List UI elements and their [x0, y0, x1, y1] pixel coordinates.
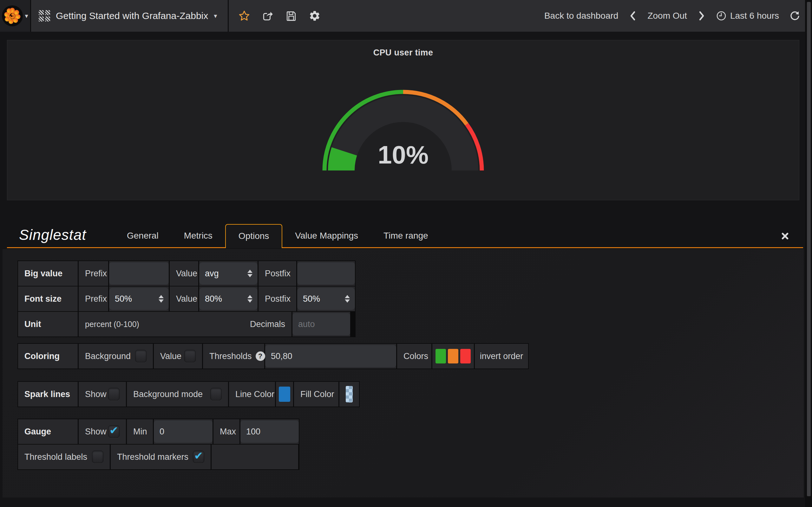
value-label: Value [170, 286, 198, 311]
value-label: Value [160, 351, 182, 361]
share-button[interactable] [257, 5, 278, 26]
fill-color-swatch[interactable] [346, 386, 353, 402]
postfix-label: Postfix [258, 286, 296, 311]
chevron-right-icon [698, 11, 705, 21]
color-swatch-green[interactable] [436, 349, 446, 363]
spark-show-checkbox[interactable]: ✔ [108, 388, 119, 400]
gauge-value-arc [341, 152, 345, 170]
dashboard-title-dropdown[interactable]: Getting Started with Grafana-Zabbix ▾ [31, 0, 229, 32]
select-arrows-icon [247, 270, 252, 277]
background-label: Background [85, 351, 131, 361]
thresholds-label: Thresholds [209, 351, 252, 361]
threshold-color-swatches [436, 349, 471, 363]
navbar-actions [229, 0, 330, 32]
panel-title: CPU user time [7, 40, 799, 58]
singlestat-panel: CPU user time 10% [7, 40, 799, 200]
tab-time-range[interactable]: Time range [371, 224, 441, 247]
scrollbar-thumb[interactable] [807, 2, 811, 496]
tab-general[interactable]: General [114, 224, 171, 247]
spark-lines-label: Spark lines [18, 382, 78, 406]
value-label: Value [170, 261, 198, 286]
unit-label: Unit [18, 312, 78, 337]
color-swatch-orange[interactable] [448, 349, 458, 363]
grafana-app: ▾ Getting Started with Grafana-Zabbix ▾ [0, 0, 812, 507]
editor-tabs: General Metrics Options Value Mappings T… [114, 219, 441, 247]
zoom-out-button[interactable]: Zoom Out [643, 11, 691, 21]
clock-icon [716, 11, 726, 21]
top-navbar: ▾ Getting Started with Grafana-Zabbix ▾ [0, 0, 812, 32]
refresh-icon [790, 10, 800, 21]
value-function-select[interactable]: avg [199, 262, 258, 285]
postfix-font-size-select[interactable]: 50% [297, 288, 355, 310]
max-label: Max [213, 419, 240, 444]
options-tab-content: Big value Prefix Value avg Postfix Font … [3, 249, 804, 498]
decimals-input[interactable] [293, 313, 350, 335]
refresh-button[interactable] [786, 5, 803, 26]
prefix-label: Prefix [79, 286, 108, 311]
show-label: Show [85, 427, 107, 437]
threshold-labels-checkbox[interactable]: ✔ [92, 451, 103, 463]
coloring-label: Coloring [18, 344, 78, 369]
grafana-menu-button[interactable]: ▾ [0, 0, 31, 32]
scrollbar-track[interactable] [805, 0, 812, 507]
postfix-label: Postfix [258, 261, 296, 286]
gauge-options-group: Gauge Show ✔ Min Max Threshold labels ✔ … [17, 418, 299, 470]
spark-lines-group: Spark lines Show ✔ Background mode ✔ Lin… [17, 381, 360, 407]
unit-value-dropdown[interactable]: percent (0-100) [85, 320, 139, 329]
settings-button[interactable] [304, 5, 325, 26]
star-button[interactable] [234, 5, 255, 26]
value-font-size-select[interactable]: 80% [199, 288, 258, 310]
close-icon [781, 232, 789, 240]
big-value-row: Big value Prefix Value avg Postfix [18, 261, 355, 286]
prefix-label: Prefix [79, 261, 108, 286]
time-shift-left-button[interactable] [626, 5, 640, 26]
help-icon[interactable]: ? [256, 351, 265, 361]
select-arrows-icon [247, 295, 252, 302]
gauge-show-checkbox[interactable]: ✔ [108, 425, 119, 438]
color-swatch-red[interactable] [460, 349, 471, 363]
panel-type-title: Singlestat [19, 226, 114, 243]
big-value-postfix-input[interactable] [297, 262, 355, 285]
save-button[interactable] [281, 5, 302, 26]
gauge-value-text: 10% [378, 141, 428, 169]
min-label: Min [127, 419, 153, 444]
grafana-logo [2, 5, 23, 26]
dashboard-title: Getting Started with Grafana-Zabbix [56, 10, 208, 21]
gauge-min-input[interactable] [154, 420, 212, 443]
big-value-prefix-input[interactable] [109, 262, 169, 285]
time-picker-button[interactable]: Last 6 hours [712, 11, 783, 21]
decimals-label: Decimals [250, 320, 285, 329]
caret-down-icon: ▾ [25, 13, 28, 19]
coloring-background-checkbox[interactable]: ✔ [135, 350, 147, 362]
coloring-group: Coloring Background ✔ Value ✔ Thresholds… [17, 343, 529, 369]
prefix-font-size-select[interactable]: 50% [109, 288, 169, 310]
panel-editor-header: Singlestat General Metrics Options Value… [7, 219, 803, 248]
gauge-max-input[interactable] [241, 420, 299, 443]
threshold-display-row: Threshold labels ✔ Threshold markers ✔ [18, 445, 299, 469]
spark-background-mode-checkbox[interactable]: ✔ [210, 388, 222, 400]
close-editor-button[interactable] [781, 232, 789, 240]
big-value-label: Big value [18, 261, 78, 286]
dashboard-grid-icon [39, 10, 50, 21]
check-icon: ✔ [194, 449, 203, 462]
tab-options[interactable]: Options [225, 224, 283, 248]
gauge-label: Gauge [18, 419, 78, 444]
unit-row: Unit percent (0-100) Decimals [18, 312, 355, 337]
caret-down-icon: ▾ [214, 13, 217, 19]
time-shift-right-button[interactable] [695, 5, 709, 26]
coloring-value-checkbox[interactable]: ✔ [184, 350, 196, 362]
fill-color-tint [346, 386, 353, 402]
threshold-labels-label: Threshold labels [24, 452, 87, 462]
line-color-swatch[interactable] [279, 387, 290, 402]
share-icon [262, 10, 273, 21]
fill-color-label: Fill Color [294, 382, 339, 406]
spark-lines-row: Spark lines Show ✔ Background mode ✔ Lin… [18, 382, 359, 406]
tab-metrics[interactable]: Metrics [171, 224, 225, 247]
invert-order-button[interactable]: invert order [480, 351, 523, 361]
back-to-dashboard-button[interactable]: Back to dashboard [540, 11, 623, 21]
line-color-label: Line Color [229, 382, 275, 406]
thresholds-input[interactable] [265, 345, 396, 367]
threshold-markers-checkbox[interactable]: ✔ [193, 451, 204, 463]
gear-icon [309, 10, 321, 22]
tab-value-mappings[interactable]: Value Mappings [282, 224, 371, 247]
